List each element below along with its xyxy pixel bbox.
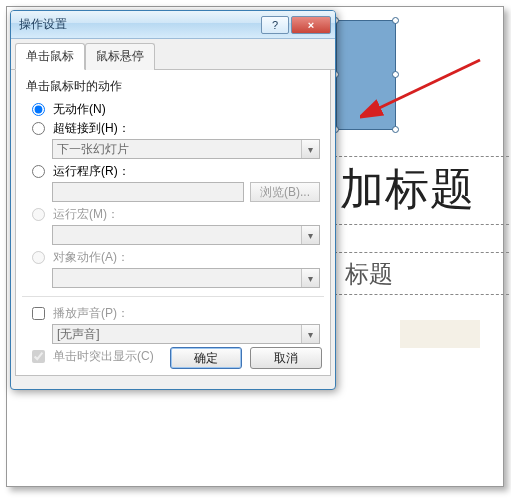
slide-shape-selected[interactable] bbox=[336, 20, 396, 130]
sound-combo-row: [无声音] ▾ bbox=[52, 324, 320, 344]
radio-run-macro-label: 运行宏(M)： bbox=[53, 206, 119, 223]
placeholder-border bbox=[334, 252, 509, 253]
check-highlight-label: 单击时突出显示(C) bbox=[53, 348, 154, 365]
program-combo-row: 浏览(B)... bbox=[52, 182, 320, 202]
sound-combo-value: [无声音] bbox=[57, 326, 100, 343]
slide-title-placeholder[interactable]: 加标题 bbox=[340, 160, 475, 219]
chevron-down-icon[interactable]: ▾ bbox=[301, 325, 319, 343]
placeholder-border bbox=[334, 294, 509, 295]
radio-hyperlink-label: 超链接到(H)： bbox=[53, 120, 130, 137]
placeholder-border bbox=[334, 224, 509, 225]
action-settings-dialog: 操作设置 ? × 单击鼠标 鼠标悬停 单击鼠标时的动作 无动作(N) 超链接到(… bbox=[10, 10, 336, 390]
chevron-down-icon[interactable]: ▾ bbox=[301, 140, 319, 158]
macro-combo: ▾ bbox=[52, 225, 320, 245]
radio-run-program-label: 运行程序(R)： bbox=[53, 163, 130, 180]
close-button[interactable]: × bbox=[291, 16, 331, 34]
dialog-title: 操作设置 bbox=[19, 16, 259, 33]
sound-combo[interactable]: [无声音] ▾ bbox=[52, 324, 320, 344]
ok-button[interactable]: 确定 bbox=[170, 347, 242, 369]
radio-hyperlink[interactable] bbox=[32, 122, 45, 135]
tab-mouse-hover[interactable]: 鼠标悬停 bbox=[85, 43, 155, 70]
tab-mouse-click[interactable]: 单击鼠标 bbox=[15, 43, 85, 70]
radio-row-run-program[interactable]: 运行程序(R)： bbox=[32, 163, 320, 180]
help-button[interactable]: ? bbox=[261, 16, 289, 34]
radio-none-label: 无动作(N) bbox=[53, 101, 106, 118]
radio-row-run-macro: 运行宏(M)： bbox=[32, 206, 320, 223]
check-play-sound[interactable] bbox=[32, 307, 45, 320]
radio-run-macro bbox=[32, 208, 45, 221]
cancel-button[interactable]: 取消 bbox=[250, 347, 322, 369]
slide-subtitle-placeholder[interactable]: 标题 bbox=[345, 258, 393, 290]
radio-row-none[interactable]: 无动作(N) bbox=[32, 101, 320, 118]
radio-none[interactable] bbox=[32, 103, 45, 116]
check-row-play-sound[interactable]: 播放声音(P)： bbox=[32, 305, 320, 322]
chevron-down-icon: ▾ bbox=[301, 269, 319, 287]
hyperlink-combo-value: 下一张幻灯片 bbox=[57, 141, 129, 158]
object-action-combo: ▾ bbox=[52, 268, 320, 288]
resize-handle[interactable] bbox=[392, 126, 399, 133]
browse-button[interactable]: 浏览(B)... bbox=[250, 182, 320, 202]
radio-row-hyperlink[interactable]: 超链接到(H)： bbox=[32, 120, 320, 137]
placeholder-border bbox=[334, 156, 509, 157]
hyperlink-combo[interactable]: 下一张幻灯片 ▾ bbox=[52, 139, 320, 159]
hyperlink-combo-row: 下一张幻灯片 ▾ bbox=[52, 139, 320, 159]
radio-object-action bbox=[32, 251, 45, 264]
separator bbox=[22, 296, 324, 297]
group-title: 单击鼠标时的动作 bbox=[26, 78, 320, 95]
chevron-down-icon: ▾ bbox=[301, 226, 319, 244]
resize-handle[interactable] bbox=[392, 17, 399, 24]
check-highlight bbox=[32, 350, 45, 363]
radio-row-object-action: 对象动作(A)： bbox=[32, 249, 320, 266]
check-play-sound-label: 播放声音(P)： bbox=[53, 305, 129, 322]
radio-run-program[interactable] bbox=[32, 165, 45, 178]
object-combo-row: ▾ bbox=[52, 268, 320, 288]
macro-combo-row: ▾ bbox=[52, 225, 320, 245]
resize-handle[interactable] bbox=[392, 71, 399, 78]
radio-object-action-label: 对象动作(A)： bbox=[53, 249, 129, 266]
program-path-field[interactable] bbox=[52, 182, 244, 202]
slide-box bbox=[400, 320, 480, 348]
dialog-panel: 单击鼠标时的动作 无动作(N) 超链接到(H)： 下一张幻灯片 ▾ 运行程序(R… bbox=[15, 70, 331, 376]
tab-strip: 单击鼠标 鼠标悬停 bbox=[11, 39, 335, 70]
dialog-footer: 确定 取消 bbox=[170, 347, 322, 369]
dialog-titlebar[interactable]: 操作设置 ? × bbox=[11, 11, 335, 39]
